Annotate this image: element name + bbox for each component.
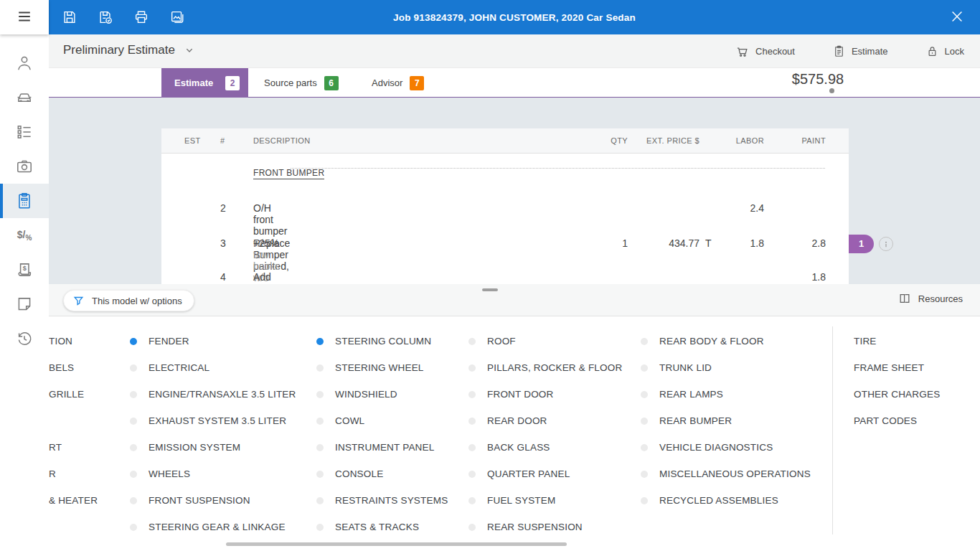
- checklist-icon: [15, 123, 34, 141]
- part-category-instrument-panel[interactable]: INSTRUMENT PANEL: [316, 434, 434, 461]
- part-category-back-glass[interactable]: BACK GLASS: [468, 434, 550, 461]
- part-category-rear-body-floor[interactable]: REAR BODY & FLOOR: [641, 328, 764, 354]
- estimate-content: EST # DESCRIPTION QTY EXT. PRICE $ LABOR…: [0, 98, 980, 284]
- part-category-clipped[interactable]: GRILLE: [49, 389, 84, 400]
- part-category-rear-suspension[interactable]: REAR SUSPENSION: [468, 514, 583, 540]
- part-category-column: ROOF PILLARS, ROCKER & FLOOR FRONT DOOR …: [468, 328, 622, 540]
- save-icon[interactable]: [62, 9, 79, 26]
- part-category-seats-tracks[interactable]: SEATS & TRACKS: [316, 514, 419, 540]
- part-category-column: REAR BODY & FLOOR TRUNK LID REAR LAMPS R…: [641, 328, 811, 514]
- part-category-steering-wheel[interactable]: STEERING WHEEL: [316, 354, 424, 381]
- radio-dot: [316, 418, 324, 425]
- resources-button[interactable]: Resources: [897, 291, 963, 306]
- col-labor: LABOR: [736, 136, 764, 145]
- sidebar-item-totals[interactable]: $: [0, 253, 49, 287]
- photos-export-icon[interactable]: [169, 9, 187, 26]
- sidebar-item-history[interactable]: [0, 321, 49, 356]
- part-category-steering-column[interactable]: STEERING COLUMN: [316, 328, 431, 354]
- lock-icon: [925, 44, 939, 58]
- sidebar-item-estimate[interactable]: [0, 184, 49, 218]
- radio-dot: [468, 497, 476, 504]
- section-other-charges[interactable]: OTHER CHARGES: [854, 381, 940, 408]
- part-category-clipped[interactable]: BELS: [49, 362, 74, 373]
- part-category-trunk-lid[interactable]: TRUNK LID: [641, 354, 712, 381]
- section-frame-sheet[interactable]: FRAME SHEET: [854, 354, 924, 381]
- sidebar-item-rates[interactable]: $/%: [0, 218, 49, 253]
- history-icon: [15, 329, 34, 348]
- total-scroll-indicator[interactable]: [786, 90, 849, 92]
- part-category-rear-bumper[interactable]: REAR BUMPER: [641, 408, 732, 434]
- part-category-restraints-systems[interactable]: RESTRAINTS SYSTEMS: [316, 487, 448, 514]
- part-category-miscellaneous-operations[interactable]: MISCELLANEOUS OPERATIONS: [641, 461, 811, 487]
- table-row[interactable]: 4 Add for Three Stage 1.8: [161, 271, 849, 285]
- part-category-pillars-rocker-floor[interactable]: PILLARS, ROCKER & FLOOR: [468, 354, 622, 381]
- estimate-tabs-bar: Estimate 2 Source parts 6 Advisor 7 $575…: [49, 68, 980, 98]
- table-row[interactable]: 3 Replace Bumper painted, w/o tow hooks …: [161, 237, 849, 252]
- part-category-clipped[interactable]: TION: [49, 336, 72, 347]
- tab-estimate-label: Estimate: [174, 77, 213, 88]
- clipboard-icon: [832, 44, 846, 58]
- part-category-console[interactable]: CONSOLE: [316, 461, 383, 487]
- sidebar-item-notes[interactable]: [0, 287, 49, 321]
- estimate-button[interactable]: Estimate: [832, 44, 888, 58]
- sidebar-item-vehicle[interactable]: [0, 80, 49, 115]
- part-category-rear-door[interactable]: REAR DOOR: [468, 408, 547, 434]
- part-category-fuel-system[interactable]: FUEL SYSTEM: [468, 487, 555, 514]
- part-category-clipped[interactable]: R: [49, 468, 56, 479]
- tab-advisor[interactable]: Advisor 7: [372, 68, 424, 98]
- lock-label: Lock: [945, 46, 964, 57]
- part-category-windshield[interactable]: WINDSHIELD: [316, 381, 397, 408]
- save-check-icon[interactable]: [98, 9, 115, 26]
- part-category-wheels[interactable]: WHEELS: [130, 461, 190, 487]
- part-category-steering-gear-linkage[interactable]: STEERING GEAR & LINKAGE: [130, 514, 286, 540]
- svg-text:$: $: [23, 265, 27, 272]
- horizontal-scrollbar[interactable]: [226, 542, 567, 546]
- part-category-engine-transaxle[interactable]: ENGINE/TRANSAXLE 3.5 LITER: [130, 381, 296, 408]
- part-category-front-door[interactable]: FRONT DOOR: [468, 381, 554, 408]
- lock-button[interactable]: Lock: [925, 44, 964, 58]
- sidebar: $/% $: [0, 0, 49, 551]
- col-qty: QTY: [611, 136, 628, 145]
- radio-dot: [641, 391, 648, 398]
- sidebar-item-photos[interactable]: [0, 149, 49, 184]
- panel-drag-handle[interactable]: [482, 288, 498, 291]
- invoice-icon: $: [15, 260, 34, 279]
- document-type-dropdown[interactable]: Preliminary Estimate: [63, 43, 195, 57]
- line-paint: 1.8: [812, 271, 826, 283]
- supplement-count-badge[interactable]: 1: [849, 235, 874, 253]
- part-category-fender[interactable]: FENDER: [130, 328, 189, 354]
- part-category-recycled-assemblies[interactable]: RECYCLED ASSEMBLIES: [641, 487, 778, 514]
- section-part-codes[interactable]: PART CODES: [854, 408, 917, 434]
- part-category-quarter-panel[interactable]: QUARTER PANEL: [468, 461, 570, 487]
- section-title[interactable]: FRONT BUMPER: [253, 168, 324, 179]
- sidebar-item-checklist[interactable]: [0, 115, 49, 149]
- close-icon[interactable]: [948, 9, 966, 26]
- part-category-clipped[interactable]: & HEATER: [49, 495, 98, 506]
- col-ext-price: EXT. PRICE $: [646, 136, 699, 145]
- part-category-vehicle-diagnostics[interactable]: VEHICLE DIAGNOSTICS: [641, 434, 773, 461]
- radio-dot: [468, 444, 476, 451]
- part-category-front-suspension[interactable]: FRONT SUSPENSION: [130, 487, 250, 514]
- part-category-column: FENDER ELECTRICAL ENGINE/TRANSAXLE 3.5 L…: [130, 328, 296, 540]
- tab-estimate[interactable]: Estimate 2: [161, 68, 248, 98]
- part-category-emission-system[interactable]: EMISSION SYSTEM: [130, 434, 240, 461]
- part-category-exhaust-system[interactable]: EXHAUST SYSTEM 3.5 LITER: [130, 408, 286, 434]
- part-category-cowl[interactable]: COWL: [316, 408, 364, 434]
- section-tire[interactable]: TIRE: [854, 328, 877, 354]
- model-filter-chip[interactable]: This model w/ options: [63, 290, 194, 311]
- resources-label: Resources: [918, 293, 963, 304]
- print-icon[interactable]: [133, 9, 151, 26]
- col-est: EST: [184, 136, 201, 145]
- person-icon: [15, 54, 34, 72]
- part-category-electrical[interactable]: ELECTRICAL: [130, 354, 209, 381]
- sidebar-item-customer[interactable]: [0, 46, 49, 80]
- menu-icon[interactable]: [16, 9, 33, 26]
- part-category-rear-lamps[interactable]: REAR LAMPS: [641, 381, 723, 408]
- part-category-clipped[interactable]: RT: [49, 442, 62, 453]
- app-window: Job 913824379, JOHN CUSTOMER, 2020 Car S…: [0, 0, 980, 551]
- checkout-button[interactable]: Checkout: [735, 44, 795, 59]
- table-row[interactable]: 2 O/H front bumper 2.4: [161, 202, 849, 217]
- info-icon[interactable]: [879, 237, 893, 251]
- tab-source-parts[interactable]: Source parts 6: [264, 68, 339, 98]
- part-category-roof[interactable]: ROOF: [468, 328, 516, 354]
